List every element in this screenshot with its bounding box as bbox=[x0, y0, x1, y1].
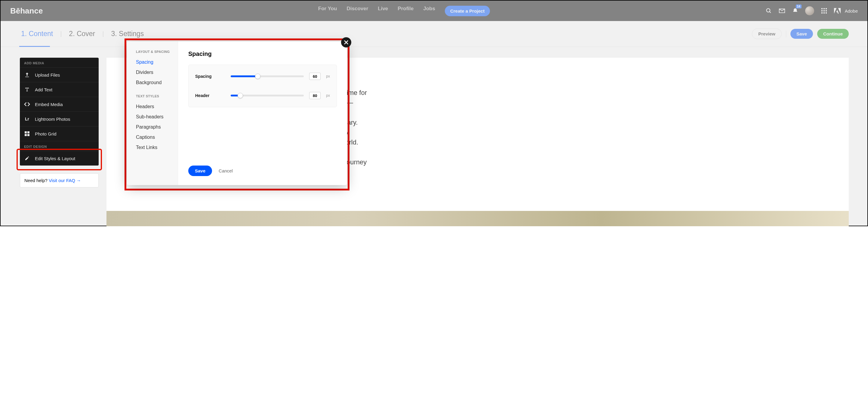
sidebar-item-add-text[interactable]: Add Text bbox=[20, 82, 99, 97]
sidebar-item-label: Embed Media bbox=[35, 102, 63, 107]
bell-icon[interactable]: 14 bbox=[792, 7, 799, 14]
modal-nav-subheaders[interactable]: Sub-headers bbox=[136, 112, 178, 122]
svg-rect-8 bbox=[822, 12, 823, 13]
modal-section-heading: LAYOUT & SPACING bbox=[136, 50, 178, 54]
header-row: Header px bbox=[195, 92, 330, 99]
step-content[interactable]: 1. Content bbox=[19, 30, 55, 38]
sidebar-heading-edit-design: EDIT DESIGN bbox=[20, 141, 99, 151]
svg-rect-6 bbox=[824, 10, 825, 11]
sidebar-item-label: Add Text bbox=[35, 87, 52, 92]
step-separator: | bbox=[60, 30, 62, 37]
continue-button[interactable]: Continue bbox=[817, 29, 849, 39]
nav-profile[interactable]: Profile bbox=[398, 6, 413, 16]
sidebar-item-label: Lightroom Photos bbox=[35, 116, 70, 122]
svg-rect-4 bbox=[826, 8, 827, 9]
faq-link[interactable]: Visit our FAQ → bbox=[49, 178, 81, 183]
sidebar-item-label: Edit Styles & Layout bbox=[35, 156, 75, 161]
modal-content: Spacing Spacing px Header px bbox=[178, 41, 347, 185]
step-cover[interactable]: 2. Cover bbox=[67, 30, 97, 38]
svg-point-0 bbox=[766, 9, 770, 12]
help-text: Need help? bbox=[24, 178, 49, 183]
add-media-sidebar: ADD MEDIA Upload Files Add Text Embed Me… bbox=[20, 58, 99, 166]
avatar[interactable] bbox=[805, 6, 814, 15]
sidebar-item-lightroom[interactable]: Lr Lightroom Photos bbox=[20, 111, 99, 126]
svg-rect-14 bbox=[27, 134, 29, 136]
sidebar-item-photo-grid[interactable]: Photo Grid bbox=[20, 126, 99, 141]
document-image bbox=[106, 211, 849, 226]
save-button[interactable]: Save bbox=[790, 29, 813, 39]
pencil-icon bbox=[24, 155, 30, 161]
modal-nav-paragraphs[interactable]: Paragraphs bbox=[136, 122, 178, 132]
unit-label: px bbox=[326, 74, 330, 78]
logo[interactable]: Bēhance bbox=[10, 6, 43, 15]
nav-for-you[interactable]: For You bbox=[318, 6, 337, 16]
modal-nav-textlinks[interactable]: Text Links bbox=[136, 142, 178, 152]
step-separator: | bbox=[102, 30, 104, 37]
create-project-button[interactable]: Create a Project bbox=[445, 6, 490, 16]
close-button[interactable] bbox=[341, 37, 351, 47]
modal-title: Spacing bbox=[188, 50, 337, 57]
modal-cancel-button[interactable]: Cancel bbox=[219, 168, 233, 173]
mail-icon[interactable] bbox=[779, 7, 785, 14]
adobe-icon[interactable] bbox=[834, 7, 841, 14]
upload-icon bbox=[24, 72, 30, 78]
search-icon[interactable] bbox=[766, 7, 772, 14]
header-label: Header bbox=[195, 93, 225, 98]
svg-rect-13 bbox=[25, 134, 27, 136]
sidebar-item-embed-media[interactable]: Embed Media bbox=[20, 97, 99, 111]
styles-modal: LAYOUT & SPACING Spacing Dividers Backgr… bbox=[127, 41, 347, 185]
nav-discover[interactable]: Discover bbox=[346, 6, 368, 16]
modal-section-heading: TEXT STYLES bbox=[136, 94, 178, 98]
settings-panel: Spacing px Header px bbox=[188, 65, 337, 107]
svg-rect-10 bbox=[826, 12, 827, 13]
spacing-label: Spacing bbox=[195, 74, 225, 79]
nav-live[interactable]: Live bbox=[378, 6, 388, 16]
modal-nav-background[interactable]: Background bbox=[136, 77, 178, 88]
spacing-slider[interactable] bbox=[231, 75, 304, 77]
adobe-label: Adobe bbox=[845, 8, 858, 13]
svg-rect-12 bbox=[27, 131, 29, 133]
embed-icon bbox=[24, 101, 30, 107]
spacing-row: Spacing px bbox=[195, 73, 330, 80]
top-nav: Bēhance For You Discover Live Profile Jo… bbox=[1, 1, 867, 21]
header-input[interactable] bbox=[309, 92, 320, 99]
notification-badge: 14 bbox=[796, 4, 802, 8]
sidebar-item-edit-styles[interactable]: Edit Styles & Layout bbox=[20, 151, 99, 166]
header-slider[interactable] bbox=[231, 95, 304, 97]
sidebar-heading-add-media: ADD MEDIA bbox=[20, 58, 99, 67]
sidebar-item-label: Upload Files bbox=[35, 72, 60, 77]
lightroom-icon: Lr bbox=[24, 116, 30, 122]
modal-nav-headers[interactable]: Headers bbox=[136, 102, 178, 112]
step-settings[interactable]: 3. Settings bbox=[109, 30, 146, 38]
modal-sidebar: LAYOUT & SPACING Spacing Dividers Backgr… bbox=[127, 41, 178, 185]
modal-nav-dividers[interactable]: Dividers bbox=[136, 67, 178, 77]
svg-rect-3 bbox=[824, 8, 825, 9]
modal-nav-spacing[interactable]: Spacing bbox=[136, 57, 178, 67]
svg-rect-2 bbox=[822, 8, 823, 9]
svg-line-1 bbox=[769, 12, 771, 13]
active-step-underline bbox=[19, 46, 50, 47]
sidebar-item-upload-files[interactable]: Upload Files bbox=[20, 67, 99, 82]
modal-save-button[interactable]: Save bbox=[188, 166, 212, 176]
sidebar-item-label: Photo Grid bbox=[35, 131, 57, 136]
unit-label: px bbox=[326, 94, 330, 98]
text-icon bbox=[24, 87, 30, 93]
help-box: Need help? Visit our FAQ → bbox=[20, 173, 99, 187]
apps-icon[interactable] bbox=[821, 7, 828, 14]
svg-rect-9 bbox=[824, 12, 825, 13]
grid-icon bbox=[24, 131, 30, 137]
svg-rect-11 bbox=[25, 131, 27, 133]
preview-button[interactable]: Preview bbox=[752, 29, 782, 39]
svg-rect-5 bbox=[822, 10, 823, 11]
separator bbox=[786, 31, 786, 37]
svg-rect-7 bbox=[826, 10, 827, 11]
modal-nav-captions[interactable]: Captions bbox=[136, 132, 178, 142]
nav-jobs[interactable]: Jobs bbox=[423, 6, 435, 16]
spacing-input[interactable] bbox=[309, 73, 320, 80]
